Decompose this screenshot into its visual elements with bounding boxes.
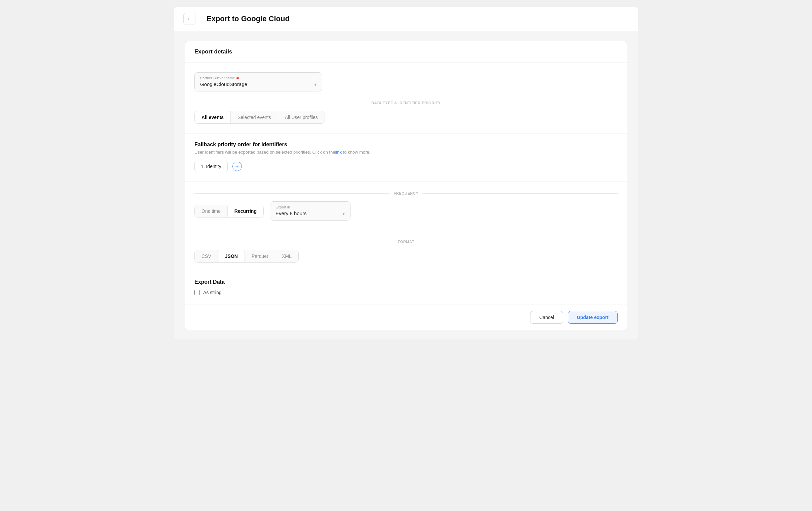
format-divider: FORMAT — [195, 240, 617, 244]
main-content: Export details Partner Bucket name Googl… — [174, 31, 638, 339]
fallback-desc-text: User Identifiers will be exported based … — [195, 150, 335, 155]
add-identity-button[interactable]: + — [232, 162, 242, 171]
frequency-toggle-group: One time Recurring — [195, 205, 264, 217]
btn-parquet[interactable]: Parquet — [244, 250, 275, 262]
fallback-link[interactable]: link — [335, 150, 342, 155]
partner-bucket-field[interactable]: Partner Bucket name GoogleCloudStorage ▾ — [195, 72, 322, 91]
partner-bucket-chevron: ▾ — [314, 82, 317, 87]
frequency-section: FREQUENCY One time Recurring Export in — [185, 182, 627, 230]
export-in-label: Export in — [276, 205, 345, 209]
btn-all-events[interactable]: All events — [195, 111, 230, 123]
fmt-divider-left — [195, 242, 394, 242]
card-header: Export details — [185, 41, 627, 63]
fallback-desc: User Identifiers will be exported based … — [195, 150, 617, 155]
freq-divider-left — [195, 193, 389, 193]
top-bar: ← Export to Google Cloud — [174, 7, 638, 31]
export-details-card: Export details Partner Bucket name Googl… — [185, 41, 627, 330]
btn-json[interactable]: JSON — [218, 250, 244, 262]
identity-row: 1. Identity + — [195, 161, 617, 172]
btn-one-time[interactable]: One time — [195, 205, 227, 217]
partner-bucket-value: GoogleCloudStorage — [200, 81, 247, 87]
card-header-title: Export details — [195, 49, 232, 55]
identity-badge: 1. Identity — [195, 161, 228, 172]
partner-bucket-value-row: GoogleCloudStorage ▾ — [200, 81, 317, 87]
back-icon: ← — [187, 16, 192, 22]
freq-divider-right — [423, 193, 617, 193]
export-in-value-row: Every 8 hours ▾ — [276, 210, 345, 216]
btn-recurring[interactable]: Recurring — [227, 205, 263, 217]
btn-xml[interactable]: XML — [275, 250, 298, 262]
partner-bucket-label: Partner Bucket name — [200, 76, 317, 80]
fallback-desc-end: to know more. — [342, 150, 370, 155]
format-toggle-group: CSV JSON Parquet XML — [195, 250, 299, 263]
divider-line-left — [195, 103, 367, 103]
btn-all-user-profiles[interactable]: All User profiles — [278, 111, 325, 123]
header-divider — [201, 14, 201, 24]
as-string-row: As string — [195, 290, 617, 295]
export-data-title: Export Data — [195, 272, 617, 290]
fallback-section: Fallback priority order for identifiers … — [185, 133, 627, 182]
export-in-field[interactable]: Export in Every 8 hours ▾ — [270, 201, 350, 220]
page-title: Export to Google Cloud — [206, 14, 290, 23]
card-body: Partner Bucket name GoogleCloudStorage ▾… — [185, 63, 627, 133]
data-type-label: DATA TYPE & IDENTIFIER PRIORITY — [371, 101, 441, 105]
footer-actions: Cancel Update export — [185, 305, 627, 330]
export-data-section: Export Data As string — [185, 272, 627, 305]
required-dot — [236, 77, 239, 79]
btn-selected-events[interactable]: Selected events — [230, 111, 278, 123]
export-in-value: Every 8 hours — [276, 210, 307, 216]
page-wrapper: ← Export to Google Cloud Export details … — [174, 7, 638, 339]
data-type-toggle-group: All events Selected events All User prof… — [195, 111, 325, 124]
divider-line-right — [445, 103, 617, 103]
as-string-label: As string — [203, 290, 221, 295]
as-string-checkbox[interactable] — [195, 290, 200, 295]
frequency-row: One time Recurring Export in Every 8 hou… — [195, 201, 617, 220]
cancel-button[interactable]: Cancel — [530, 311, 563, 324]
update-export-button[interactable]: Update export — [568, 311, 617, 324]
btn-csv[interactable]: CSV — [195, 250, 218, 262]
export-in-chevron: ▾ — [342, 211, 345, 216]
back-button[interactable]: ← — [183, 13, 196, 25]
frequency-divider: FREQUENCY — [195, 191, 617, 195]
frequency-label: FREQUENCY — [394, 191, 418, 195]
fmt-divider-right — [418, 242, 617, 242]
format-section: FORMAT CSV JSON Parquet XML — [185, 230, 627, 272]
data-type-divider: DATA TYPE & IDENTIFIER PRIORITY — [195, 101, 617, 105]
format-label: FORMAT — [398, 240, 414, 244]
fallback-title: Fallback priority order for identifiers — [195, 142, 617, 148]
